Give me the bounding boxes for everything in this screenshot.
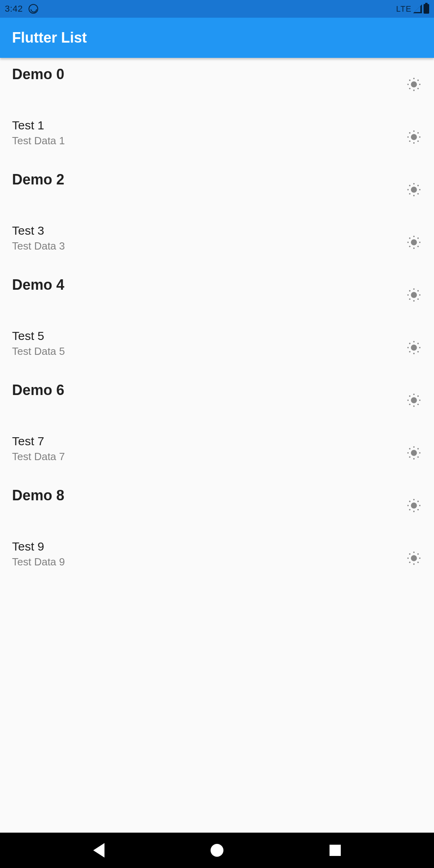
svg-point-62 — [418, 403, 419, 405]
list-item-title: Test 5 — [12, 329, 65, 343]
status-left: 3:42 — [5, 4, 38, 14]
svg-point-1 — [413, 78, 415, 79]
list-item[interactable]: Demo 6 — [0, 374, 434, 426]
svg-point-18 — [411, 186, 417, 192]
svg-point-61 — [409, 403, 411, 405]
list-item-title: Test 9 — [12, 540, 65, 553]
list-item[interactable]: Test 5Test Data 5 — [0, 321, 434, 374]
brightness-low-icon — [406, 392, 422, 408]
svg-point-52 — [409, 351, 411, 352]
list-item-title: Demo 0 — [12, 66, 64, 83]
list-item-text: Demo 6 — [12, 374, 64, 399]
list-item[interactable]: Test 7Test Data 7 — [0, 426, 434, 479]
svg-point-14 — [409, 132, 411, 133]
svg-point-6 — [418, 79, 419, 81]
svg-point-55 — [413, 393, 415, 395]
svg-point-74 — [413, 510, 415, 512]
svg-point-59 — [409, 395, 411, 397]
brightness-low-icon — [406, 234, 422, 250]
list-item-subtitle: Test Data 5 — [12, 345, 65, 358]
svg-point-47 — [413, 352, 415, 354]
brightness-low-icon — [406, 182, 422, 198]
svg-point-27 — [411, 239, 417, 245]
svg-point-45 — [411, 344, 417, 350]
battery-icon — [424, 4, 429, 14]
svg-point-89 — [418, 561, 419, 563]
svg-point-23 — [409, 184, 411, 186]
svg-point-54 — [411, 397, 417, 403]
svg-point-9 — [411, 134, 417, 140]
svg-point-3 — [407, 84, 409, 85]
svg-point-77 — [409, 500, 411, 502]
list-item[interactable]: Demo 8 — [0, 479, 434, 532]
svg-point-16 — [409, 140, 411, 142]
svg-point-58 — [419, 399, 421, 401]
list-item[interactable]: Demo 4 — [0, 268, 434, 321]
svg-point-43 — [409, 298, 411, 300]
list-item[interactable]: Demo 2 — [0, 163, 434, 216]
svg-point-50 — [409, 342, 411, 344]
svg-point-13 — [419, 136, 421, 138]
list-item-subtitle: Test Data 1 — [12, 135, 65, 147]
svg-point-85 — [419, 557, 421, 559]
svg-point-8 — [418, 88, 419, 89]
svg-point-12 — [407, 136, 409, 138]
list-item[interactable]: Test 9Test Data 9 — [0, 532, 434, 584]
svg-point-4 — [419, 84, 421, 85]
list-item-title: Demo 6 — [12, 382, 64, 399]
list-container[interactable]: Demo 0 Test 1Test Data 1 Demo 2 Test 3Te… — [0, 58, 434, 584]
svg-point-46 — [413, 341, 415, 342]
svg-point-30 — [407, 242, 409, 243]
svg-point-33 — [418, 237, 419, 239]
svg-point-73 — [413, 499, 415, 500]
svg-point-67 — [419, 452, 421, 454]
list-item-subtitle: Test Data 3 — [12, 240, 65, 252]
nav-home-button[interactable] — [211, 844, 223, 857]
nav-recent-button[interactable] — [330, 845, 341, 856]
svg-point-42 — [418, 290, 419, 291]
list-item[interactable]: Demo 0 — [0, 58, 434, 111]
brightness-low-icon — [406, 445, 422, 461]
svg-point-21 — [407, 189, 409, 190]
list-item[interactable]: Test 3Test Data 3 — [0, 216, 434, 268]
svg-point-40 — [419, 294, 421, 296]
svg-point-19 — [413, 183, 415, 184]
svg-point-7 — [409, 88, 411, 89]
svg-point-38 — [413, 300, 415, 301]
svg-point-53 — [418, 351, 419, 352]
svg-point-24 — [418, 184, 419, 186]
svg-point-80 — [418, 509, 419, 510]
svg-point-34 — [409, 246, 411, 247]
svg-point-68 — [409, 448, 411, 449]
list-item-title: Demo 4 — [12, 276, 64, 293]
svg-point-84 — [407, 557, 409, 559]
svg-point-11 — [413, 142, 415, 143]
svg-point-22 — [419, 189, 421, 190]
status-bar: 3:42 LTE — [0, 0, 434, 18]
svg-point-44 — [418, 298, 419, 300]
svg-point-37 — [413, 288, 415, 290]
brightness-low-icon — [406, 287, 422, 303]
list-item-title: Test 1 — [12, 119, 65, 132]
svg-point-66 — [407, 452, 409, 454]
network-label: LTE — [396, 4, 411, 14]
brightness-low-icon — [406, 550, 422, 566]
list-item-text: Test 1Test Data 1 — [12, 111, 65, 147]
brightness-low-icon — [406, 129, 422, 145]
svg-point-49 — [419, 347, 421, 348]
list-item-text: Test 9Test Data 9 — [12, 532, 65, 568]
nav-back-button[interactable] — [93, 843, 104, 858]
list-item-text: Test 3Test Data 3 — [12, 216, 65, 252]
svg-point-48 — [407, 347, 409, 348]
svg-point-70 — [409, 456, 411, 458]
svg-point-29 — [413, 247, 415, 249]
svg-point-2 — [413, 89, 415, 91]
status-right: LTE — [396, 4, 429, 14]
svg-point-56 — [413, 405, 415, 407]
svg-point-63 — [411, 450, 417, 456]
svg-point-81 — [411, 555, 417, 561]
svg-point-31 — [419, 242, 421, 243]
list-item[interactable]: Test 1Test Data 1 — [0, 111, 434, 163]
svg-point-75 — [407, 505, 409, 506]
list-item-title: Test 3 — [12, 224, 65, 237]
